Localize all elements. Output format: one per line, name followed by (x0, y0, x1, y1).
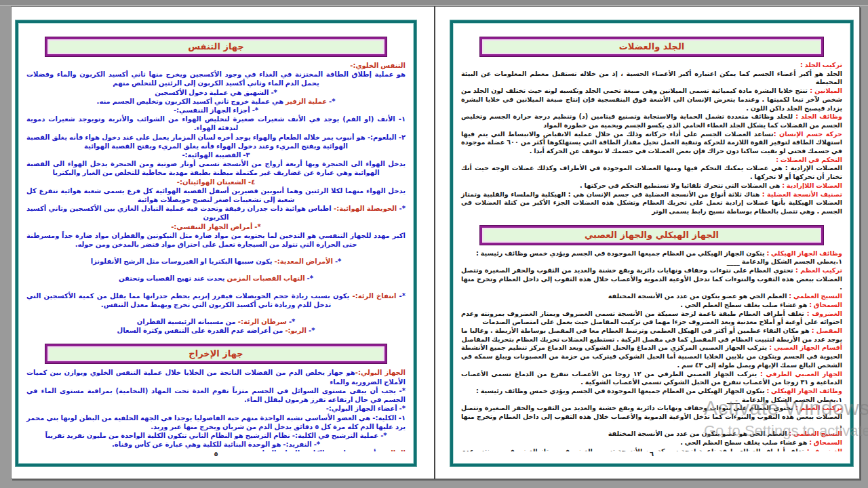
body-text: هو غشاء صلب يغلف سطح العظم الحي . (680, 301, 807, 308)
keyword-text: التنفس الخلوي:- (350, 62, 406, 69)
body-text: *- عملية الترشيح في الكلية:- نظام الترشي… (45, 432, 387, 439)
paragraph: ١- الأنف (او الفم) يوجد في الأنف شعيرات … (26, 115, 406, 132)
paragraph: ٣- القصيبة الهوائية:- (26, 150, 406, 159)
paragraph: النسيج العظمي : العظم الحي هو عضو يتكون … (461, 292, 842, 301)
keyword-text: النسيج العظمي : (787, 292, 842, 300)
keyword-text: أقسام الجهاز العصبي : (767, 344, 842, 351)
body-text: ١- الكلية:- هي العضو الأساسي تشبه الواحد… (26, 414, 406, 430)
body-text: العظم الحي هو عضو يتكون من عدد من الأنسج… (608, 292, 787, 300)
paragraph: حركة جسم الإنسان :تساعد العضلات الجسم عل… (461, 130, 842, 156)
paragraph: *- الحويصلة الهوائية:- اطباس هوائية ذات … (26, 204, 406, 222)
paragraph: يدخل الهواء الى الحنجرة وبها أربعة أزواج… (26, 159, 406, 177)
keyword-text: عملية الزفير (285, 98, 327, 105)
keyword-text: وظائف الجهاز الهيكلي : (765, 387, 842, 394)
paragraph: *- النفريد:- هو الوحدة البنائية للكلية و… (26, 440, 406, 449)
body-text: ١- الأنف (او الفم) يوجد في الأنف شعيرات … (26, 115, 406, 131)
body-text: يتكون الجهاز الهيكلي من العظام جميعها ال… (476, 387, 764, 394)
keyword-text: وظائف الجهاز الهيكلي : (765, 249, 842, 257)
paragraph: المفصل : هو مكان التقاء عظمين أو أكثر في… (461, 327, 842, 344)
keyword-text: السمحاق : (807, 301, 842, 308)
paragraph: تصنيف الأنسجة العضلية : هناك ثلاثة أنواع… (461, 190, 842, 216)
keyword-text: التهاب القصبات المزمن (227, 274, 305, 282)
paragraph: تركيب الجلد : (461, 61, 842, 70)
paragraph: *- عملية الزفير هي عملية خروج ثاني أكسيد… (26, 97, 406, 106)
keyword-text: النسيج العظمي : (787, 430, 842, 437)
section-title: جهاز الإخراج (45, 344, 387, 363)
body-text: *- (287, 318, 295, 325)
keyword-text: تركيب العظم : (793, 266, 842, 274)
section-title: الجهاز الهيكلي والجهاز العصبي (480, 226, 823, 245)
section-title: جهاز التنفس (45, 37, 387, 56)
keyword-text: الجهاز العصبي الطرفي : (757, 370, 842, 378)
body-text: ١.يعطي الجسم الشكل والدعامة ____ (727, 258, 842, 265)
paragraph: وظائف الجهاز الهيكلي : يتكون الجهاز الهي… (461, 249, 842, 258)
paragraph: العضلات اللاإرادية : هي العضلات التي تتح… (461, 182, 842, 190)
paragraph: ٤- الشعبتان الهوائيتان:- (26, 178, 406, 186)
paragraph: الغضروف : تغلف أطراف العظام طبقة ناعمة ل… (461, 310, 842, 327)
body-text: اكبر مهدد للجهاز التنفسي هو التدخين لما … (26, 232, 406, 248)
body-text: هو غشاء صلب يغلف سطح العظم الحي . (680, 439, 807, 446)
body-text: هي العضلات التي تتحرك تلقائيا ولا تستطيع… (580, 182, 780, 189)
paragraph: اكبر مهدد للجهاز التنفسي هو التدخين لما … (26, 231, 406, 249)
body-text: *- (327, 98, 335, 105)
paragraph: السمحاق : هو غشاء صلب يغلف سطح العظم الح… (461, 439, 842, 447)
body-text: يحدث عند تهيج القصبات وتحتقن (119, 274, 227, 282)
page-number-right: ٦ (453, 450, 850, 458)
paragraph: العضلات الإرادية : هي عضلات يمكنك التحكم… (461, 164, 842, 181)
body-text: للجلد وظائف متعددة تشمل الحماية والاستجا… (461, 113, 842, 129)
body-text: *- النفريد:- هو الوحدة البنائية للكلية و… (112, 441, 320, 448)
keyword-text: الغضروف : (804, 310, 842, 317)
document-page-left: جهاز التنفسالتنفس الخلوي:-هو عملية إطلاق… (16, 20, 416, 466)
keyword-text: ٤- الشعبتان الهوائيتان:- (177, 178, 256, 186)
window-top-edge (0, 0, 868, 6)
body-text: يتكون الجهاز الهيكلي من العظام جميعها ال… (476, 249, 764, 257)
body-text: تنتج خلايا البشرة مادة كيميائية تسمى الم… (461, 87, 842, 111)
paragraph: تركيب العظم : تحتوي العظام على نتوءات وح… (461, 266, 842, 292)
body-text: الجلد هو أكبر أعضاء الجسم كما يمكن اعتبا… (461, 70, 842, 86)
paragraph: الجهاز البولي:-هو جهاز يخلص الدم من الفض… (26, 368, 406, 386)
keyword-text: تركيب الجلد : (800, 61, 842, 68)
keyword-text: الجهاز البولي:- (355, 369, 406, 376)
keyword-text: سرطان الرئة:- (238, 318, 287, 325)
keyword-text: العضلات اللاإرادية : (780, 182, 842, 189)
body-text: من أعراضه عدم القدرة على التنفس وكثرة ال… (117, 327, 285, 334)
paragraph: ١.يعطي الجسم الشكل والدعامة ____ (461, 258, 842, 266)
keyword-text: حركة جسم الإنسان : (774, 130, 842, 138)
paragraph: وظائف الجهاز الهيكلي : يتكون الجهاز الهي… (461, 387, 842, 396)
paragraph: *- انتفاخ الرئة:- يكون بسبب زيادة حجم ال… (26, 291, 406, 309)
body-text: ١.يعطي الجسم الشكل والدعامة ____ (727, 396, 842, 403)
paragraph: *- الربو:- من أعراضه عدم القدرة على التن… (26, 326, 406, 335)
body-text: ٢- البلعوم:- هو أنبوب يمر خلاله الطعام و… (26, 134, 406, 150)
paragraph: وظائف الجلد : للجلد وظائف متعددة تشمل ال… (461, 113, 842, 129)
paragraph: *- عملية الترشيح في الكلية:- نظام الترشي… (26, 431, 406, 440)
paragraph: *- أجزاء الجهاز التنفسي:- (26, 106, 406, 115)
paragraph: *- يجب أن يبقى مستوى السوائل في الجسم مت… (26, 386, 406, 404)
page-number-left: ٥ (18, 450, 414, 458)
body-text: هي عملية خروج ثاني أكسيد الكربون وتخليص … (97, 98, 285, 105)
body-text: يكون سببها البكتريا او الفيروسات مثل الر… (91, 258, 275, 265)
page-right-sections: الجلد والعضلاتتركيب الجلد : الجلد هو أكب… (453, 23, 850, 451)
paragraph: *- الشهيق هي عملية دخول الأكسجين (26, 88, 406, 97)
keyword-text: الميلانين : (808, 87, 842, 94)
paragraph: ١.يعطي الجسم الشكل والدعامة ____ (461, 396, 842, 405)
paragraph: الجهاز العصبي الطرفي : يتركب الجهاز العص… (461, 370, 842, 387)
document-page-right: الجلد والعضلاتتركيب الجلد : الجلد هو أكب… (450, 20, 853, 466)
body-text: *- (396, 292, 406, 300)
section-title: الجلد والعضلات (480, 37, 823, 56)
body-text: *- (307, 327, 315, 334)
body-text: العضلات الإرادية : هي عضلات يمكنك التحكم… (461, 164, 842, 180)
paragraph: التحكم في العضلات : (461, 156, 842, 165)
body-text: اطباس هوائية ذات جدران رقيقة وتحدث فيه ع… (26, 205, 334, 221)
paragraph: تركيب العظم : تحتوي العظام على نتوءات وح… (461, 404, 842, 430)
keyword-text: *- أمراض الجهاز التنفسي:- (171, 223, 261, 230)
paragraph: هو عملية إطلاق الطاقة المختزنة في الغذاء… (26, 70, 406, 87)
paragraph: *- الأمراض المعدية:- يكون سببها البكتريا… (26, 257, 406, 266)
body-text: يدخل الهواء منهما لكلا الرئتين وهما أنبو… (26, 187, 406, 203)
paragraph: أقسام الجهاز العصبي : يتركب الجهاز العصب… (461, 344, 842, 369)
body-text: *- (397, 205, 406, 212)
keyword-text: الربو:- (285, 327, 307, 334)
body-text: *- (305, 274, 313, 282)
paragraph: السمحاق : هو غشاء صلب يغلف سطح العظم الح… (461, 301, 842, 310)
paragraph: *- أمراض الجهاز التنفسي:- (26, 222, 406, 231)
document-canvas: جهاز التنفسالتنفس الخلوي:-هو عملية إطلاق… (11, 6, 860, 479)
